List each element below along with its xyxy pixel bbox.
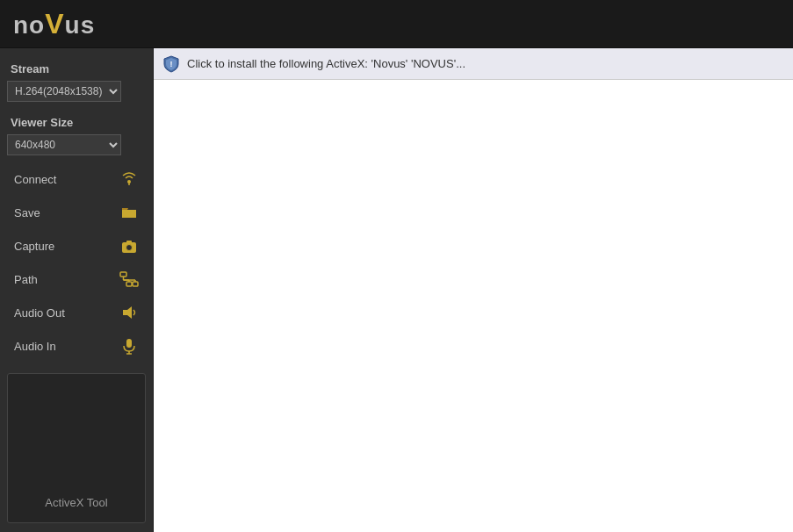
sidebar-item-connect[interactable]: Connect: [7, 164, 146, 194]
activex-tool-box: ActiveX Tool: [7, 373, 146, 523]
header: noVus: [0, 0, 793, 48]
audio-out-label: Audio Out: [14, 306, 65, 320]
sidebar-item-save[interactable]: Save: [7, 198, 146, 227]
svg-rect-6: [126, 282, 132, 286]
sidebar-item-capture[interactable]: Capture: [7, 231, 146, 261]
logo-no: no: [13, 11, 45, 39]
logo-v: V: [45, 8, 64, 40]
save-icon: [119, 203, 139, 222]
connect-icon: [119, 169, 139, 189]
audio-in-label: Audio In: [14, 340, 56, 353]
speaker-icon: [119, 303, 139, 322]
save-label: Save: [14, 206, 40, 219]
shield-icon: !: [162, 55, 180, 73]
sidebar: Stream H.264(2048x1538) H.264(1920x1080)…: [0, 48, 154, 532]
svg-point-3: [126, 245, 133, 251]
sidebar-item-audio-out[interactable]: Audio Out: [7, 298, 146, 327]
stream-label: Stream: [7, 59, 146, 77]
capture-label: Capture: [14, 240, 54, 253]
logo: noVus: [13, 8, 95, 40]
stream-select[interactable]: H.264(2048x1538) H.264(1920x1080) H.264(…: [7, 81, 121, 102]
sidebar-item-path[interactable]: Path: [7, 264, 146, 294]
main-layout: Stream H.264(2048x1538) H.264(1920x1080)…: [0, 48, 793, 532]
viewer-size-select[interactable]: 640x480 800x600 1024x768 1280x720: [7, 134, 121, 155]
path-label: Path: [14, 273, 38, 286]
logo-us: us: [65, 11, 96, 39]
path-icon: [119, 270, 139, 289]
viewer-size-dropdown-row: 640x480 800x600 1024x768 1280x720: [7, 134, 146, 155]
svg-rect-14: [126, 339, 132, 348]
sidebar-item-audio-in[interactable]: Audio In: [7, 331, 146, 361]
content-area: ! Click to install the following ActiveX…: [154, 48, 793, 532]
logo-text: noVus: [13, 8, 95, 40]
svg-rect-4: [126, 241, 132, 243]
connect-label: Connect: [14, 173, 56, 186]
activex-message: Click to install the following ActiveX: …: [187, 57, 465, 70]
svg-text:!: !: [170, 60, 173, 68]
svg-marker-13: [123, 306, 132, 319]
viewer-size-label: Viewer Size: [7, 112, 146, 131]
activex-tool-label: ActiveX Tool: [45, 496, 107, 509]
svg-rect-7: [133, 282, 138, 286]
mic-icon: [119, 336, 139, 356]
stream-dropdown-row: H.264(2048x1538) H.264(1920x1080) H.264(…: [7, 81, 146, 102]
activex-install-bar[interactable]: ! Click to install the following ActiveX…: [154, 48, 793, 80]
content-white-area: [154, 80, 793, 532]
svg-rect-5: [120, 272, 126, 277]
camera-icon: [119, 236, 139, 255]
